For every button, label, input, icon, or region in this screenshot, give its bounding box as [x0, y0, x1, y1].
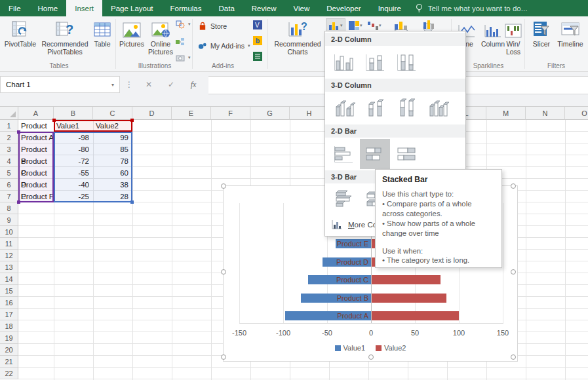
column-header-O[interactable]: O — [565, 107, 588, 120]
chart-bar-value2-product-a[interactable] — [372, 311, 459, 320]
bing-addin-icon[interactable]: b — [253, 36, 262, 45]
chart-selection-handle[interactable] — [368, 354, 374, 360]
column-header-M[interactable]: M — [486, 107, 526, 120]
stacked-column-3d-icon[interactable] — [360, 93, 390, 123]
chart-selection-handle[interactable] — [221, 354, 226, 360]
tab-developer[interactable]: Developer — [318, 0, 369, 16]
column-header-E[interactable]: E — [172, 107, 211, 120]
clustered-bar-3d-icon[interactable] — [328, 185, 359, 215]
tab-file[interactable]: File — [0, 0, 29, 16]
shapes-icon — [176, 20, 185, 29]
my-addins-label: My Add-ins — [210, 42, 245, 50]
slicer-button[interactable]: Slicer — [528, 18, 555, 48]
row-header-15[interactable]: 15 — [0, 285, 18, 297]
row-header-21[interactable]: 21 — [0, 356, 18, 368]
tab-formulas[interactable]: Formulas — [162, 0, 210, 16]
column-3d-icon[interactable] — [423, 93, 453, 123]
row-header-22[interactable]: 22 — [0, 368, 18, 379]
row-header-16[interactable]: 16 — [0, 297, 18, 309]
screenshot-button[interactable]: ▾ — [176, 53, 191, 62]
stacked100-column-3d-icon[interactable] — [391, 93, 421, 123]
stacked100-bar-icon[interactable] — [391, 139, 421, 169]
tab-view[interactable]: View — [285, 0, 319, 16]
chart-selection-handle[interactable] — [511, 354, 516, 360]
row-header-10[interactable]: 10 — [0, 226, 18, 238]
row-header-17[interactable]: 17 — [0, 309, 18, 320]
selection-handle[interactable] — [52, 119, 56, 122]
row-header-19[interactable]: 19 — [0, 332, 18, 344]
column-header-H[interactable]: H — [290, 107, 329, 120]
store-button[interactable]: Store — [198, 22, 227, 31]
chart-selection-handle[interactable] — [511, 269, 516, 275]
insert-function-icon[interactable]: fx — [184, 76, 203, 93]
row-header-11[interactable]: 11 — [0, 238, 18, 250]
column-header-D[interactable]: D — [132, 107, 172, 120]
chart-selection-handle[interactable] — [511, 183, 516, 189]
tab-home[interactable]: Home — [29, 0, 67, 16]
recommended-pivottables-button[interactable]: ? Recommended PivotTables — [38, 18, 92, 56]
stacked-bar-icon[interactable] — [360, 139, 390, 169]
tab-page-layout[interactable]: Page Layout — [102, 0, 162, 16]
cell-A1[interactable]: Product — [18, 120, 54, 132]
clustered-bar-icon[interactable] — [328, 139, 359, 169]
tab-insert[interactable]: Insert — [66, 0, 102, 16]
sparkline-winloss-button[interactable]: Win/ Loss — [502, 18, 524, 56]
pivottable-button[interactable]: PivotTable — [3, 18, 38, 48]
selection-handle[interactable] — [130, 200, 134, 204]
column-header-F[interactable]: F — [211, 107, 250, 120]
stacked100-column-icon[interactable] — [391, 47, 421, 77]
row-header-8[interactable]: 8 — [0, 202, 18, 214]
column-header-C[interactable]: C — [93, 107, 132, 120]
chart-selection-handle[interactable] — [221, 269, 226, 275]
clustered-column-3d-icon[interactable] — [328, 93, 359, 123]
table-label: Table — [90, 40, 114, 48]
sheet-addin-icon[interactable] — [253, 52, 262, 61]
row-header-3[interactable]: 3 — [0, 143, 18, 155]
row-header-5[interactable]: 5 — [0, 167, 18, 179]
row-header-2[interactable]: 2 — [0, 132, 18, 143]
online-pictures-button[interactable]: Online Pictures — [146, 18, 176, 56]
name-box[interactable]: Chart 1 ▾ — [0, 76, 120, 93]
pictures-button[interactable]: Pictures — [118, 18, 146, 48]
formula-bar-options-icon[interactable]: ⋮ — [125, 76, 134, 93]
column-header-N[interactable]: N — [526, 107, 565, 120]
recommended-charts-button[interactable]: ? Recommended Charts — [271, 18, 324, 56]
chart-selection-handle[interactable] — [221, 183, 226, 189]
smartart-button[interactable] — [176, 37, 185, 47]
cancel-icon[interactable]: ✕ — [139, 76, 159, 93]
row-header-1[interactable]: 1 — [0, 120, 18, 132]
row-header-4[interactable]: 4 — [0, 155, 18, 167]
tell-me-box[interactable]: Tell me what you want to do... — [415, 0, 528, 16]
selection-handle[interactable] — [17, 130, 20, 134]
row-header-6[interactable]: 6 — [0, 179, 18, 191]
row-header-7[interactable]: 7 — [0, 191, 18, 202]
timeline-button[interactable]: Timeline — [555, 18, 586, 48]
shapes-button[interactable]: ▾ — [176, 20, 191, 29]
visio-addin-icon[interactable]: V — [253, 20, 262, 29]
column-header-A[interactable]: A — [18, 107, 54, 120]
select-all-corner[interactable] — [0, 107, 18, 120]
row-header-20[interactable]: 20 — [0, 344, 18, 356]
table-button[interactable]: Table — [90, 18, 114, 48]
slicer-icon — [528, 18, 555, 38]
my-addins-button[interactable]: My Add-ins ▾ — [198, 41, 250, 50]
chart-bar-value2-product-c[interactable] — [372, 275, 441, 284]
row-header-9[interactable]: 9 — [0, 214, 18, 226]
selection-handle[interactable] — [17, 200, 20, 204]
row-header-12[interactable]: 12 — [0, 250, 18, 261]
enter-icon[interactable]: ✓ — [161, 76, 181, 93]
chart-bar-value2-product-b[interactable] — [372, 294, 446, 303]
chart-axis-line — [239, 323, 503, 324]
row-header-14[interactable]: 14 — [0, 273, 18, 285]
chevron-down-icon: ▾ — [188, 55, 191, 60]
tab-inquire[interactable]: Inquire — [370, 0, 410, 16]
stacked-column-icon[interactable] — [360, 47, 390, 77]
clustered-column-icon[interactable] — [328, 47, 359, 77]
selection-handle[interactable] — [130, 119, 134, 122]
row-header-18[interactable]: 18 — [0, 320, 18, 332]
column-header-B[interactable]: B — [54, 107, 93, 120]
column-header-G[interactable]: G — [250, 107, 290, 120]
tab-review[interactable]: Review — [243, 0, 285, 16]
row-header-13[interactable]: 13 — [0, 261, 18, 273]
tab-data[interactable]: Data — [210, 0, 243, 16]
